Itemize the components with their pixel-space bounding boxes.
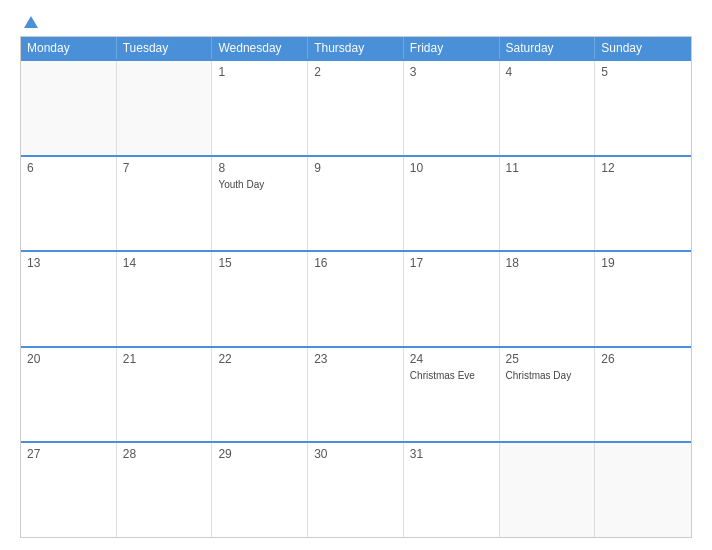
- cal-cell: 17: [404, 252, 500, 346]
- page: MondayTuesdayWednesdayThursdayFridaySatu…: [0, 0, 712, 550]
- cal-cell: 18: [500, 252, 596, 346]
- day-number: 22: [218, 352, 301, 366]
- week-row-4: 2021222324Christmas Eve25Christmas Day26: [21, 346, 691, 442]
- cal-cell: [21, 61, 117, 155]
- day-number: 13: [27, 256, 110, 270]
- day-number: 18: [506, 256, 589, 270]
- day-number: 17: [410, 256, 493, 270]
- day-number: 3: [410, 65, 493, 79]
- day-number: 23: [314, 352, 397, 366]
- day-number: 28: [123, 447, 206, 461]
- cal-cell: 12: [595, 157, 691, 251]
- cal-cell: 10: [404, 157, 500, 251]
- day-number: 27: [27, 447, 110, 461]
- cal-cell: 3: [404, 61, 500, 155]
- cal-cell: 2: [308, 61, 404, 155]
- day-number: 6: [27, 161, 110, 175]
- cal-cell: 14: [117, 252, 213, 346]
- cal-cell: 25Christmas Day: [500, 348, 596, 442]
- cal-cell: 6: [21, 157, 117, 251]
- cal-cell: 29: [212, 443, 308, 537]
- day-header-wednesday: Wednesday: [212, 37, 308, 59]
- week-row-2: 678Youth Day9101112: [21, 155, 691, 251]
- cal-cell: 5: [595, 61, 691, 155]
- day-number: 30: [314, 447, 397, 461]
- cal-cell: 11: [500, 157, 596, 251]
- day-number: 25: [506, 352, 589, 366]
- day-event: Christmas Day: [506, 370, 572, 381]
- day-number: 11: [506, 161, 589, 175]
- day-event: Christmas Eve: [410, 370, 475, 381]
- day-number: 1: [218, 65, 301, 79]
- cal-cell: 27: [21, 443, 117, 537]
- week-row-3: 13141516171819: [21, 250, 691, 346]
- day-number: 20: [27, 352, 110, 366]
- day-number: 12: [601, 161, 685, 175]
- day-number: 4: [506, 65, 589, 79]
- cal-cell: 21: [117, 348, 213, 442]
- day-number: 21: [123, 352, 206, 366]
- week-row-5: 2728293031: [21, 441, 691, 537]
- cal-cell: [500, 443, 596, 537]
- day-header-thursday: Thursday: [308, 37, 404, 59]
- calendar-header: MondayTuesdayWednesdayThursdayFridaySatu…: [21, 37, 691, 59]
- cal-cell: [117, 61, 213, 155]
- logo: [20, 16, 38, 28]
- day-number: 31: [410, 447, 493, 461]
- cal-cell: 22: [212, 348, 308, 442]
- day-header-saturday: Saturday: [500, 37, 596, 59]
- cal-cell: 26: [595, 348, 691, 442]
- day-header-monday: Monday: [21, 37, 117, 59]
- cal-cell: 16: [308, 252, 404, 346]
- cal-cell: 31: [404, 443, 500, 537]
- day-header-tuesday: Tuesday: [117, 37, 213, 59]
- day-number: 29: [218, 447, 301, 461]
- day-number: 24: [410, 352, 493, 366]
- day-event: Youth Day: [218, 179, 264, 190]
- day-number: 26: [601, 352, 685, 366]
- cal-cell: 1: [212, 61, 308, 155]
- day-number: 2: [314, 65, 397, 79]
- day-number: 8: [218, 161, 301, 175]
- calendar: MondayTuesdayWednesdayThursdayFridaySatu…: [20, 36, 692, 538]
- cal-cell: 9: [308, 157, 404, 251]
- cal-cell: 30: [308, 443, 404, 537]
- cal-cell: [595, 443, 691, 537]
- cal-cell: 4: [500, 61, 596, 155]
- day-number: 15: [218, 256, 301, 270]
- header: [20, 16, 692, 28]
- week-row-1: 12345: [21, 59, 691, 155]
- day-header-friday: Friday: [404, 37, 500, 59]
- day-header-sunday: Sunday: [595, 37, 691, 59]
- day-number: 19: [601, 256, 685, 270]
- cal-cell: 13: [21, 252, 117, 346]
- day-number: 9: [314, 161, 397, 175]
- logo-blue-text: [20, 16, 38, 28]
- cal-cell: 7: [117, 157, 213, 251]
- cal-cell: 23: [308, 348, 404, 442]
- calendar-body: 12345678Youth Day91011121314151617181920…: [21, 59, 691, 537]
- cal-cell: 20: [21, 348, 117, 442]
- day-number: 5: [601, 65, 685, 79]
- cal-cell: 28: [117, 443, 213, 537]
- cal-cell: 19: [595, 252, 691, 346]
- logo-triangle-icon: [24, 16, 38, 28]
- cal-cell: 24Christmas Eve: [404, 348, 500, 442]
- cal-cell: 8Youth Day: [212, 157, 308, 251]
- cal-cell: 15: [212, 252, 308, 346]
- day-number: 14: [123, 256, 206, 270]
- day-number: 7: [123, 161, 206, 175]
- day-number: 16: [314, 256, 397, 270]
- day-number: 10: [410, 161, 493, 175]
